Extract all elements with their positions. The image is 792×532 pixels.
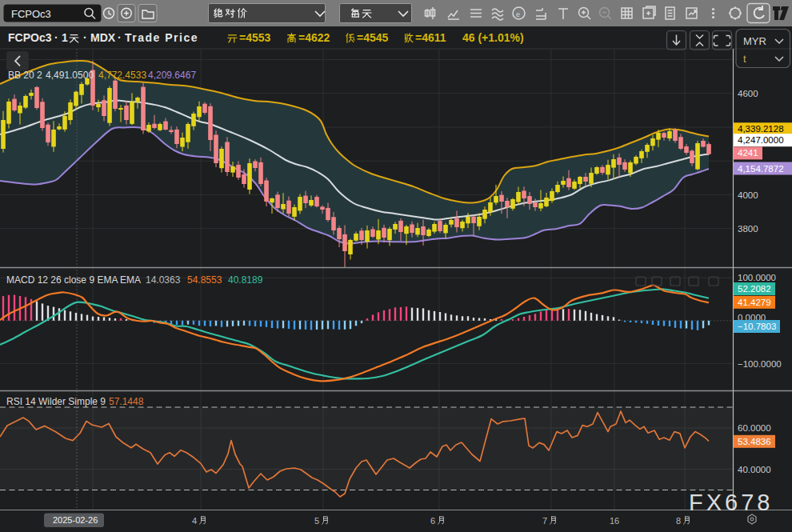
svg-text:8: 8 [676, 516, 681, 526]
svg-text:4600: 4600 [738, 89, 758, 98]
svg-text:e: e [516, 10, 520, 18]
svg-text:4,772.4533: 4,772.4533 [98, 70, 146, 81]
svg-text:Trade Price: Trade Price [125, 31, 198, 44]
svg-text:60.0000: 60.0000 [738, 423, 771, 433]
svg-text:4241: 4241 [738, 148, 758, 158]
svg-text:MACD 12 26 close 9 EMA EMA: MACD 12 26 close 9 EMA EMA [6, 274, 141, 286]
svg-text:−100.0000: −100.0000 [738, 359, 782, 369]
svg-text:RSI 14 Wilder Simple 9: RSI 14 Wilder Simple 9 [6, 396, 106, 407]
svg-text:−10.7803: −10.7803 [738, 322, 776, 331]
svg-text:FX678: FX678 [689, 490, 773, 515]
svg-text:40.8189: 40.8189 [228, 274, 263, 286]
svg-text:MDX: MDX [90, 31, 116, 44]
svg-text:46 (+1.01%): 46 (+1.01%) [462, 31, 524, 44]
svg-text:1: 1 [62, 31, 68, 44]
svg-text:52.2082: 52.2082 [738, 284, 771, 294]
svg-text:=4553: =4553 [239, 31, 271, 44]
svg-text:=4545: =4545 [357, 31, 389, 44]
svg-text:·: · [54, 31, 58, 44]
svg-text:MYR: MYR [743, 35, 766, 47]
svg-text:·: · [118, 31, 122, 44]
svg-text:3800: 3800 [738, 224, 758, 234]
svg-text:40.0000: 40.0000 [738, 465, 771, 474]
svg-text:53.4836: 53.4836 [738, 437, 771, 446]
svg-text:FCPOc3: FCPOc3 [11, 8, 51, 20]
svg-text:2025-02-26: 2025-02-26 [53, 515, 98, 525]
svg-text:4,209.6467: 4,209.6467 [148, 70, 196, 81]
svg-text:41.4279: 41.4279 [738, 298, 771, 307]
svg-text:4: 4 [192, 516, 197, 526]
svg-text:4,339.2128: 4,339.2128 [738, 124, 784, 134]
svg-text:57.1448: 57.1448 [109, 396, 144, 407]
svg-text:54.8553: 54.8553 [187, 274, 222, 286]
svg-text:FCPOc3: FCPOc3 [8, 31, 52, 44]
svg-text:t: t [743, 53, 746, 65]
svg-text:16: 16 [610, 516, 619, 526]
svg-text:4,491.0500: 4,491.0500 [46, 70, 94, 81]
svg-text:4000: 4000 [738, 190, 758, 200]
svg-text:·: · [83, 31, 87, 44]
svg-text:4,247.0000: 4,247.0000 [738, 135, 784, 145]
svg-text:7: 7 [542, 516, 547, 526]
svg-text:=4622: =4622 [298, 31, 330, 44]
svg-text:6: 6 [430, 516, 435, 526]
svg-text:5: 5 [314, 516, 319, 526]
svg-text:14.0363: 14.0363 [146, 274, 181, 286]
svg-text:=4611: =4611 [415, 31, 446, 44]
svg-text:BB 20 2: BB 20 2 [8, 70, 42, 81]
svg-text:4,154.7872: 4,154.7872 [738, 164, 784, 174]
svg-text:100.0000: 100.0000 [738, 273, 776, 282]
